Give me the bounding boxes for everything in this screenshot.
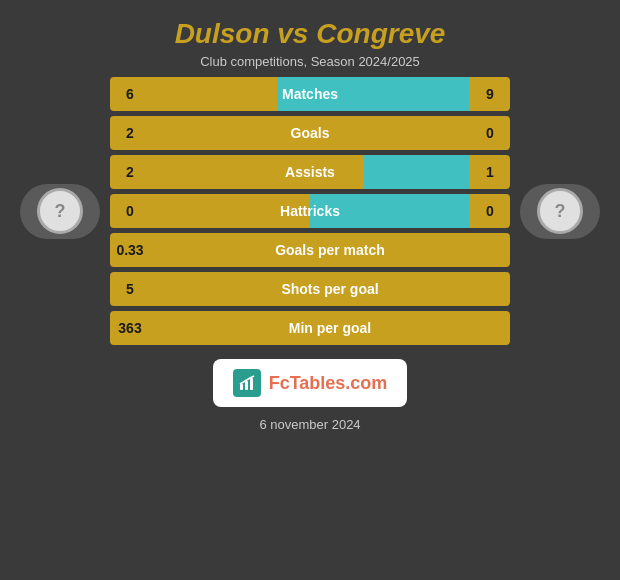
- stat-left-assists: 2: [110, 155, 150, 189]
- stat-right-assists: 1: [470, 155, 510, 189]
- avatar-left-inner: ?: [37, 188, 83, 234]
- stat-label-matches: Matches: [150, 86, 470, 102]
- stat-row-shots-per-goal: 5Shots per goal: [110, 272, 510, 306]
- avatar-left: ?: [10, 184, 110, 239]
- stat-bar-hattricks: Hattricks: [150, 194, 470, 228]
- stat-bar-matches: Matches: [150, 77, 470, 111]
- logo-tables: Tables.com: [290, 373, 388, 393]
- stat-row-hattricks: 0Hattricks0: [110, 194, 510, 228]
- stat-label-min-per-goal: Min per goal: [150, 320, 510, 336]
- stat-bar-assists: Assists: [150, 155, 470, 189]
- stat-right-matches: 9: [470, 77, 510, 111]
- stat-label-assists: Assists: [150, 164, 470, 180]
- stat-bar-goals-per-match: Goals per match: [150, 233, 510, 267]
- avatar-left-shape: ?: [20, 184, 100, 239]
- stat-label-goals-per-match: Goals per match: [150, 242, 510, 258]
- stat-label-shots-per-goal: Shots per goal: [150, 281, 510, 297]
- stat-bar-min-per-goal: Min per goal: [150, 311, 510, 345]
- avatar-right: ?: [510, 184, 610, 239]
- logo-area: FcTables.com: [213, 359, 408, 407]
- logo-icon: [233, 369, 261, 397]
- stat-left-goals-per-match: 0.33: [110, 233, 150, 267]
- logo-fc: Fc: [269, 373, 290, 393]
- stat-bar-goals: Goals: [150, 116, 470, 150]
- date-text: 6 november 2024: [259, 417, 360, 432]
- svg-rect-2: [250, 378, 253, 390]
- match-title: Dulson vs Congreve: [175, 18, 446, 50]
- match-subtitle: Club competitions, Season 2024/2025: [175, 54, 446, 69]
- logo-text: FcTables.com: [269, 373, 388, 394]
- stat-row-goals: 2Goals0: [110, 116, 510, 150]
- svg-rect-1: [245, 381, 248, 390]
- stat-row-min-per-goal: 363Min per goal: [110, 311, 510, 345]
- stat-right-hattricks: 0: [470, 194, 510, 228]
- avatar-right-inner: ?: [537, 188, 583, 234]
- svg-rect-0: [240, 384, 243, 390]
- header: Dulson vs Congreve Club competitions, Se…: [165, 0, 456, 77]
- stat-row-matches: 6Matches9: [110, 77, 510, 111]
- stat-left-goals: 2: [110, 116, 150, 150]
- stat-label-hattricks: Hattricks: [150, 203, 470, 219]
- stat-right-goals: 0: [470, 116, 510, 150]
- avatar-right-shape: ?: [520, 184, 600, 239]
- stat-left-hattricks: 0: [110, 194, 150, 228]
- stat-row-assists: 2Assists1: [110, 155, 510, 189]
- stat-left-matches: 6: [110, 77, 150, 111]
- stats-container: 6Matches92Goals02Assists10Hattricks00.33…: [110, 77, 510, 345]
- stat-label-goals: Goals: [150, 125, 470, 141]
- stat-left-min-per-goal: 363: [110, 311, 150, 345]
- main-content: ? 6Matches92Goals02Assists10Hattricks00.…: [0, 77, 620, 345]
- stat-left-shots-per-goal: 5: [110, 272, 150, 306]
- stat-bar-shots-per-goal: Shots per goal: [150, 272, 510, 306]
- stat-row-goals-per-match: 0.33Goals per match: [110, 233, 510, 267]
